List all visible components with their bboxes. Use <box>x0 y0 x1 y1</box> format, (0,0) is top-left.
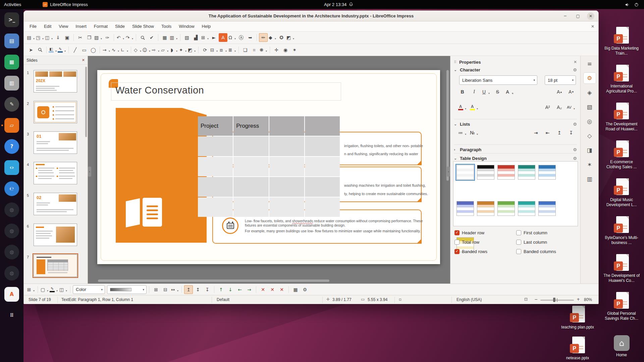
table-style-thumb[interactable] <box>497 201 515 216</box>
insert-column-after-button[interactable]: → <box>245 285 254 294</box>
table-style-thumb[interactable] <box>497 165 515 180</box>
borders-button[interactable]: ◫ <box>59 285 68 294</box>
dock-icon-archive[interactable]: ▥ <box>4 76 19 90</box>
find-replace-button[interactable] <box>138 33 147 42</box>
font-size-select[interactable]: 18 pt <box>545 75 576 85</box>
print-button[interactable]: ▣ <box>63 33 71 42</box>
merge-cells-button[interactable]: ⊞ <box>152 285 160 294</box>
sidebar-tab-shapes[interactable]: ◇ <box>583 130 596 141</box>
callout-shapes-button[interactable]: ◗ <box>169 46 178 54</box>
clock[interactable]: Apr 2 13:34 <box>324 2 353 7</box>
table-cell[interactable] <box>269 136 304 156</box>
fontwork-button[interactable]: Ⓐ <box>237 33 246 42</box>
sidebar-tab-animation[interactable]: ✶ <box>583 159 596 170</box>
edit-points-button[interactable]: ✛ <box>272 46 281 54</box>
arrange-button[interactable]: ⧈ <box>219 46 227 54</box>
decrease-font-size-button[interactable]: A▾ <box>567 87 576 96</box>
dock-icon-app-2[interactable]: ◍ <box>4 224 19 238</box>
section-settings-icon[interactable]: ⚙ <box>573 68 577 72</box>
save-button[interactable]: ◫ <box>45 33 53 42</box>
insert-row-above-button[interactable]: ↑ <box>217 285 225 294</box>
zoom-in-button[interactable]: + <box>577 297 580 301</box>
table-cell[interactable] <box>269 177 304 197</box>
bold-button[interactable]: B <box>458 87 467 96</box>
align-objects-button[interactable]: ⊟ <box>210 46 218 54</box>
fill-color-button[interactable]: ◧ <box>49 46 57 54</box>
glue-points-button[interactable]: ◉ <box>281 46 290 54</box>
sidebar-tab-slide-transition[interactable]: ◨ <box>583 144 596 156</box>
sidebar-tab-navigator[interactable]: ◎ <box>583 116 596 127</box>
dock-icon-edge[interactable]: ℮ <box>4 181 19 196</box>
display-views-button[interactable]: ▥ <box>169 33 178 42</box>
paste-button[interactable]: ▨ <box>94 33 103 42</box>
checkbox-first-column[interactable]: First column <box>516 230 547 235</box>
demote-button[interactable]: ⇥ <box>531 128 540 137</box>
table-style-thumb[interactable] <box>518 201 535 216</box>
dock-icon-calc[interactable]: ▦ <box>4 55 19 69</box>
menu-file[interactable]: File <box>26 22 40 30</box>
table-header-cell[interactable]: Progress <box>233 116 268 136</box>
rectangle-button[interactable]: ▭ <box>80 46 89 54</box>
insert-hyperlink-button[interactable]: ➥ <box>246 33 255 42</box>
slide-canvas[interactable]: Water Conservation irrigation, flushing … <box>97 70 440 264</box>
table-style-thumb[interactable] <box>477 201 494 216</box>
table-style-thumb[interactable] <box>457 201 474 216</box>
slide-thumbnail-4[interactable]: 4 <box>34 162 77 184</box>
copy-button[interactable]: ❐ <box>85 33 94 42</box>
text-language[interactable]: English (USA) <box>457 297 482 302</box>
activities-button[interactable]: Activities <box>0 1 25 8</box>
table-cell[interactable] <box>198 197 233 217</box>
desktop-icon-pptx[interactable]: P The Development of Huawei's Co... <box>602 254 641 283</box>
curves-polygons-button[interactable]: ∿ <box>111 46 120 54</box>
desktop-icon-pptx[interactable]: P The Development Road of Huawei... <box>602 103 641 132</box>
dock-icon-terminal[interactable]: >_ <box>4 12 19 27</box>
checkbox[interactable] <box>454 240 460 245</box>
insert-line-button[interactable]: ╱ <box>71 46 79 54</box>
table-style-thumb[interactable] <box>457 165 474 180</box>
insert-image-button[interactable]: ▧ <box>182 33 191 42</box>
checkbox-banded-columns[interactable]: Banded columns <box>516 249 556 254</box>
table-cell[interactable] <box>233 197 268 217</box>
checkbox-banded-rows[interactable]: Banded rows <box>454 249 487 254</box>
delete-table-button[interactable]: ✕ <box>277 285 286 294</box>
redo-button[interactable]: ↷ <box>125 33 134 42</box>
optimize-size-button[interactable]: ↔ <box>170 285 179 294</box>
cut-button[interactable]: ✂ <box>76 33 85 42</box>
desktop-icon-pptx[interactable]: P Digital Music Development L... <box>602 178 641 207</box>
table-cell[interactable] <box>233 157 268 177</box>
minimize-button[interactable]: ─ <box>561 12 569 20</box>
folder-shape[interactable] <box>116 108 207 243</box>
zoom-percentage[interactable]: 80% <box>584 297 592 302</box>
desktop-icon-pptx[interactable]: P teaching plan.pptx <box>558 306 597 330</box>
dock-icon-gimp[interactable]: ✎ <box>4 97 19 112</box>
section-paragraph[interactable]: ›Paragraph ⚙ <box>454 144 577 152</box>
connectors-button[interactable]: ∟ <box>120 46 129 54</box>
table-style-thumb[interactable] <box>538 165 556 180</box>
menu-window[interactable]: Window <box>175 22 198 30</box>
menu-edit[interactable]: Edit <box>40 22 55 30</box>
table-cell[interactable] <box>305 136 340 156</box>
dock-icon-app-4[interactable]: ◍ <box>4 266 19 281</box>
menu-slide[interactable]: Slide <box>111 22 128 30</box>
new-document-button[interactable]: ▤ <box>26 33 35 42</box>
stars-banners-button[interactable]: ✪ <box>277 33 286 42</box>
menu-help[interactable]: Help <box>198 22 215 30</box>
line-color-button[interactable]: ✎ <box>58 46 66 54</box>
delete-column-button[interactable]: ✕ <box>268 285 277 294</box>
slide-table[interactable]: Project Progress <box>198 116 340 217</box>
superscript-button[interactable]: A² <box>543 103 552 112</box>
object-size[interactable]: 5.55 x 3.94 <box>368 297 387 302</box>
show-draw-functions-button[interactable]: ✏ <box>259 33 268 42</box>
table-cell[interactable] <box>233 136 268 156</box>
pane-splitter-left[interactable]: ‹ <box>88 167 91 177</box>
section-table-design[interactable]: ⌄Table Design ⚙ <box>454 153 577 161</box>
export-pdf-button[interactable]: ⇓ <box>54 33 62 42</box>
insert-chart-button[interactable]: ▟ <box>192 33 200 42</box>
desktop-icon-pptx[interactable]: P ByteDance's Multi-business ... <box>602 216 641 245</box>
checkbox-header-row[interactable]: Header row <box>454 230 484 235</box>
character-spacing-button[interactable]: AV <box>567 103 576 112</box>
insert-table-button[interactable]: ⊞ <box>201 33 209 42</box>
desktop-icon-pptx[interactable]: P International Agricultural Pro... <box>602 65 641 94</box>
border-color-button[interactable]: ✎ <box>50 285 58 294</box>
desktop-icon-home[interactable]: ⌂ Home <box>602 335 641 358</box>
